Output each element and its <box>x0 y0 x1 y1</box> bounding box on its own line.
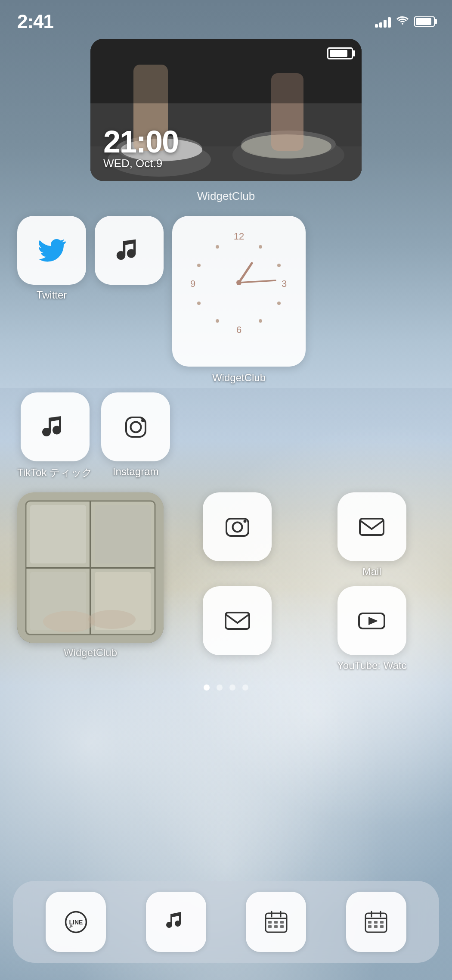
svg-point-28 <box>130 422 141 432</box>
dock-music-icon[interactable] <box>146 892 206 952</box>
battery-fill <box>416 18 431 25</box>
bottom-section: WidgetClub <box>17 492 435 672</box>
svg-rect-65 <box>380 921 384 924</box>
clock-widget-label: WidgetClub <box>212 372 266 383</box>
svg-point-20 <box>216 319 219 323</box>
svg-rect-11 <box>90 39 362 103</box>
svg-marker-46 <box>368 617 378 625</box>
svg-point-29 <box>141 419 145 422</box>
music-app-wrapper <box>95 216 164 289</box>
page-dots <box>17 684 435 691</box>
svg-text:6: 6 <box>236 324 241 335</box>
svg-point-23 <box>216 245 219 249</box>
clock-widget[interactable]: 12 3 6 9 <box>172 216 306 367</box>
svg-rect-44 <box>226 613 249 629</box>
widget-time: 21:00 <box>103 124 178 159</box>
svg-line-24 <box>239 263 252 283</box>
right-icons-cluster: Mail <box>174 492 435 672</box>
battery-icon <box>414 16 435 27</box>
svg-point-19 <box>259 319 262 323</box>
svg-rect-68 <box>380 925 384 928</box>
twitter-app-icon[interactable] <box>17 216 86 285</box>
svg-rect-53 <box>268 921 272 924</box>
svg-point-39 <box>88 610 136 629</box>
mail-app-icon[interactable] <box>337 492 406 561</box>
svg-rect-43 <box>360 519 384 535</box>
tiktok-app-wrapper: TikTok ティック <box>17 392 93 479</box>
svg-rect-58 <box>280 925 284 928</box>
svg-point-42 <box>243 520 246 523</box>
widgetclub-large-widget[interactable]: 21:00 WED, Oct.9 <box>90 39 362 181</box>
twitter-app-wrapper: Twitter <box>17 216 86 301</box>
svg-rect-55 <box>280 921 284 924</box>
svg-text:9: 9 <box>190 278 195 289</box>
mail-label: Mail <box>362 566 381 578</box>
clock-widget-wrapper: 12 3 6 9 <box>172 216 306 384</box>
svg-point-16 <box>259 245 262 249</box>
page-dot-1[interactable] <box>204 684 210 691</box>
svg-point-18 <box>277 302 281 305</box>
dock-line-icon[interactable]: LINE <box>46 892 106 952</box>
svg-point-41 <box>232 522 242 532</box>
dock-calendar1-icon[interactable] <box>246 892 306 952</box>
photo-widget-wrapper: WidgetClub <box>17 492 164 659</box>
photo-widget-label: WidgetClub <box>17 647 164 659</box>
widgetclub-large-label: WidgetClub <box>17 190 435 203</box>
mail2-app-wrapper <box>174 586 300 672</box>
page-dot-2[interactable] <box>217 684 223 691</box>
clock-widget-label-wrapper: WidgetClub <box>172 372 306 384</box>
photo-widget-content <box>17 492 164 643</box>
svg-point-22 <box>197 264 201 267</box>
tiktok-app-icon[interactable] <box>21 392 90 461</box>
svg-rect-63 <box>368 921 372 924</box>
status-icons <box>375 15 435 28</box>
app-row-2: TikTok ティック Instagram <box>17 392 435 479</box>
app-row-1: Twitter 12 3 6 9 <box>17 216 435 384</box>
music-app-icon[interactable] <box>95 216 164 285</box>
svg-rect-34 <box>30 505 86 563</box>
svg-line-25 <box>239 280 276 283</box>
svg-text:3: 3 <box>282 278 287 289</box>
wifi-icon <box>396 15 409 28</box>
camera-unnamed-wrapper <box>174 492 300 578</box>
status-bar: 2:41 <box>0 0 452 34</box>
svg-text:12: 12 <box>234 231 244 242</box>
dock-calendar2-icon[interactable] <box>346 892 406 952</box>
widget-battery-fill <box>330 50 347 57</box>
mail-app-wrapper: Mail <box>309 492 435 578</box>
dock: LINE <box>13 881 439 963</box>
widget-date: WED, Oct.9 <box>103 157 162 170</box>
tiktok-label: TikTok ティック <box>17 466 93 479</box>
photo-widget[interactable] <box>17 492 164 643</box>
svg-point-17 <box>277 264 281 267</box>
svg-point-21 <box>197 302 201 305</box>
bar3 <box>384 20 387 28</box>
svg-rect-66 <box>368 925 372 928</box>
bar1 <box>375 24 378 28</box>
svg-rect-67 <box>374 925 378 928</box>
widget-battery-icon <box>327 47 353 59</box>
svg-rect-64 <box>374 921 378 924</box>
clock-face: 12 3 6 9 <box>181 224 297 341</box>
youtube-label: YouTube: Watc <box>337 660 406 672</box>
youtube-app-wrapper: YouTube: Watc <box>309 586 435 672</box>
svg-rect-54 <box>274 921 278 924</box>
twitter-label: Twitter <box>37 289 67 301</box>
youtube-app-icon[interactable] <box>337 586 406 655</box>
instagram-label: Instagram <box>113 466 159 478</box>
svg-text:LINE: LINE <box>69 919 83 926</box>
bar2 <box>379 22 382 28</box>
svg-rect-35 <box>95 505 151 563</box>
mail2-app-icon[interactable] <box>203 586 272 655</box>
svg-point-38 <box>43 611 95 632</box>
camera-unnamed-icon[interactable] <box>203 492 272 561</box>
bar4 <box>388 17 391 28</box>
instagram-app-wrapper: Instagram <box>101 392 170 479</box>
main-content: 21:00 WED, Oct.9 WidgetClub Twitter <box>0 39 452 980</box>
icons-grid: Mail <box>174 492 435 672</box>
instagram-app-icon[interactable] <box>101 392 170 461</box>
svg-rect-57 <box>274 925 278 928</box>
page-dot-4[interactable] <box>242 684 248 691</box>
page-dot-3[interactable] <box>229 684 235 691</box>
status-time: 2:41 <box>17 11 53 32</box>
